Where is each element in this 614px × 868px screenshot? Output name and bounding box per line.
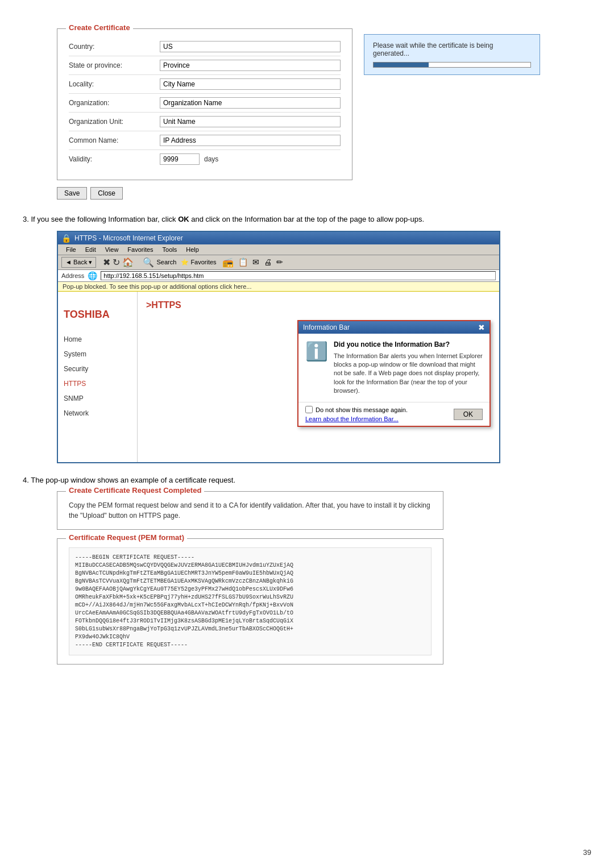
ie-toolbar: ◄ Back ▾ ✖ ↻ 🏠 🔍 Search ⭐ Favorites 📻 📋 … <box>58 255 499 270</box>
ie-title-icon: 🔒 <box>61 234 71 243</box>
sidebar-item-network[interactable]: Network <box>58 406 137 421</box>
cert-pem-title: Certificate Request (PEM format) <box>66 533 187 542</box>
step3-suffix: and click on the Information bar at the … <box>189 215 424 223</box>
common-name-input[interactable] <box>160 135 341 146</box>
form-row-validity: Validity: days <box>69 150 341 168</box>
locality-label: Locality: <box>69 80 160 88</box>
form-buttons: Save Close <box>23 187 591 200</box>
ie-home-icon[interactable]: 🏠 <box>122 257 134 268</box>
cert-form: Create Certificate Country: State or pro… <box>57 28 352 180</box>
country-label: Country: <box>69 43 160 51</box>
country-input[interactable] <box>160 41 341 52</box>
info-dialog-footer: Do not show this message again. Learn ab… <box>298 402 489 426</box>
ie-content: TOSHIBA Home System Security HTTPS SNMP … <box>58 292 499 462</box>
ie-info-bar-text: Pop-up blocked. To see this pop-up or ad… <box>63 283 251 290</box>
ie-search-label: Search <box>156 259 176 265</box>
locality-input[interactable] <box>160 78 341 90</box>
info-dialog-text: Did you notice the Information Bar? The … <box>334 340 483 396</box>
page-number: 39 <box>583 848 591 857</box>
ie-mail-icon[interactable]: ✉ <box>252 258 259 267</box>
step4-text: 4. The pop-up window shows an example of… <box>23 475 591 486</box>
ie-titlebar: 🔒 HTTPS - Microsoft Internet Explorer <box>58 232 499 244</box>
org-input[interactable] <box>160 97 341 109</box>
info-dialog-titlebar: Information Bar ✖ <box>298 321 489 334</box>
sidebar-item-snmp[interactable]: SNMP <box>58 391 137 406</box>
dont-show-label: Do not show this message again. <box>316 406 408 413</box>
ie-history-icon[interactable]: 📋 <box>238 258 248 267</box>
validity-label: Validity: <box>69 155 160 163</box>
ie-address-input[interactable] <box>101 271 496 280</box>
dont-show-checkbox[interactable] <box>305 406 313 413</box>
ie-browser: 🔒 HTTPS - Microsoft Internet Explorer Fi… <box>57 231 500 463</box>
cert-pem-box: Certificate Request (PEM format) -----BE… <box>57 538 443 665</box>
info-dialog-body: ℹ️ Did you notice the Information Bar? T… <box>298 334 489 402</box>
info-dialog-icon: ℹ️ <box>305 340 328 396</box>
state-input[interactable] <box>160 60 341 71</box>
info-dialog-body-text: The Information Bar alerts you when Inte… <box>334 352 483 396</box>
step3-ok: OK <box>178 215 189 223</box>
step4-label: 4. The pop-up window shows an example of… <box>23 476 235 484</box>
ie-menu-view[interactable]: View <box>101 246 123 254</box>
sidebar-item-security[interactable]: Security <box>58 362 137 376</box>
cert-complete-box: Create Certificate Request Completed Cop… <box>57 491 443 530</box>
ie-refresh-icon[interactable]: ↻ <box>113 257 120 268</box>
sidebar-item-system[interactable]: System <box>58 347 137 362</box>
ie-address-icon: 🌐 <box>88 271 97 280</box>
ie-main-content: >HTTPS Information Bar ✖ ℹ️ Did you noti… <box>138 292 499 462</box>
info-checkbox-row: Do not show this message again. <box>305 406 408 413</box>
ie-stop-icon[interactable]: ✖ <box>103 257 110 268</box>
https-header: >HTTPS <box>146 300 491 310</box>
ie-menu-edit[interactable]: Edit <box>81 246 101 254</box>
state-label: State or province: <box>69 61 160 69</box>
form-row-state: State or province: <box>69 56 341 75</box>
info-dialog-question: Did you notice the Information Bar? <box>334 340 483 348</box>
ie-media-icon[interactable]: 📻 <box>222 257 234 268</box>
form-row-country: Country: <box>69 38 341 56</box>
ie-address-bar: Address 🌐 <box>58 270 499 282</box>
org-label: Organization: <box>69 99 160 107</box>
common-name-label: Common Name: <box>69 136 160 144</box>
org-unit-input[interactable] <box>160 116 341 127</box>
days-label: days <box>204 155 218 163</box>
progress-bar-container <box>373 62 531 68</box>
progress-box: Please wait while the certificate is bei… <box>364 34 540 75</box>
ie-search-icon[interactable]: 🔍 <box>143 257 154 268</box>
save-button[interactable]: Save <box>57 187 87 200</box>
ie-info-bar[interactable]: Pop-up blocked. To see this pop-up or ad… <box>58 282 499 292</box>
org-unit-label: Organization Unit: <box>69 118 160 126</box>
close-button[interactable]: Close <box>90 187 123 200</box>
validity-input[interactable] <box>160 153 200 165</box>
ie-nav: Home System Security HTTPS SNMP Network <box>58 332 137 421</box>
sidebar-item-https[interactable]: HTTPS <box>58 376 137 391</box>
cert-form-title: Create Certificate <box>66 23 133 32</box>
learn-more-link[interactable]: Learn about the Information Bar... <box>305 416 408 422</box>
step3-text: 3. If you see the following Information … <box>23 214 591 225</box>
info-ok-button[interactable]: OK <box>454 409 483 420</box>
info-dialog-close-button[interactable]: ✖ <box>478 323 485 332</box>
ie-sidebar: TOSHIBA Home System Security HTTPS SNMP … <box>58 292 138 462</box>
ie-menu-file[interactable]: File <box>61 246 81 254</box>
step3-prefix: 3. If you see the following Information … <box>23 215 178 223</box>
ie-title: HTTPS - Microsoft Internet Explorer <box>74 234 183 242</box>
cert-complete-text: Copy the PEM format request below and se… <box>69 500 432 521</box>
cert-pem-content: -----BEGIN CERTIFICATE REQUEST----- MIIB… <box>69 547 432 655</box>
ie-back-button[interactable]: ◄ Back ▾ <box>61 257 96 268</box>
info-dialog: Information Bar ✖ ℹ️ Did you notice the … <box>297 320 491 427</box>
progress-bar-fill <box>374 63 429 67</box>
ie-edit-icon[interactable]: ✏ <box>276 258 283 267</box>
toshiba-logo: TOSHIBA <box>58 303 137 332</box>
form-row-common-name: Common Name: <box>69 131 341 150</box>
ie-favorites-icon[interactable]: ⭐ Favorites <box>181 259 216 266</box>
country-value[interactable] <box>160 41 341 52</box>
ie-menu-favorites[interactable]: Favorites <box>123 246 157 254</box>
cert-complete-title: Create Certificate Request Completed <box>66 486 204 495</box>
step4-container: Create Certificate Request Completed Cop… <box>57 491 443 665</box>
info-dialog-title: Information Bar <box>303 323 350 331</box>
sidebar-item-home[interactable]: Home <box>58 332 137 347</box>
ie-print-icon[interactable]: 🖨 <box>264 258 272 267</box>
ie-menu-help[interactable]: Help <box>181 246 204 254</box>
ie-address-label: Address <box>61 272 84 279</box>
ie-menu-tools[interactable]: Tools <box>158 246 182 254</box>
form-row-org: Organization: <box>69 94 341 113</box>
ie-menubar: File Edit View Favorites Tools Help <box>58 244 499 255</box>
